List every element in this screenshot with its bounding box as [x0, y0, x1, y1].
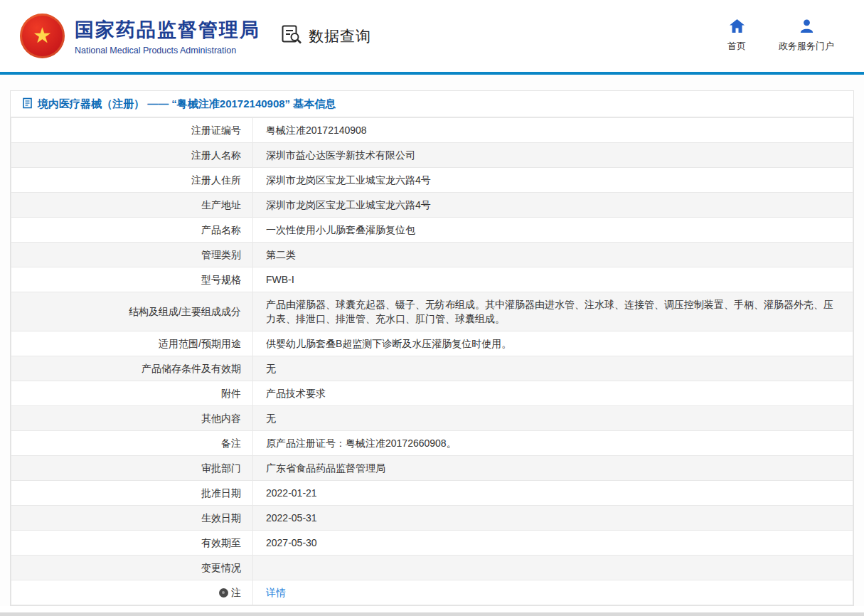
- row-value: 产品技术要求: [253, 381, 853, 406]
- table-row: 结构及组成/主要组成成分产品由灌肠器、球囊充起器、镊子、无纺布组成。其中灌肠器由…: [11, 292, 853, 331]
- row-label: 产品储存条件及有效期: [11, 356, 253, 381]
- row-value: 详情: [253, 580, 853, 605]
- row-label: 适用范围/预期用途: [11, 331, 253, 356]
- table-row: 适用范围/预期用途供婴幼儿肠套叠B超监测下诊断及水压灌肠复位时使用。: [11, 331, 853, 356]
- table-row: 产品储存条件及有效期无: [11, 356, 853, 381]
- row-label: 生产地址: [11, 193, 253, 218]
- row-label: 审批部门: [11, 456, 253, 481]
- row-label: 附件: [11, 381, 253, 406]
- row-label: 有效期至: [11, 531, 253, 556]
- org-name-cn: 国家药品监督管理局: [75, 17, 260, 43]
- table-row: 审批部门广东省食品药品监督管理局: [11, 456, 853, 481]
- table-row: 注详情: [11, 580, 853, 605]
- row-value: 原产品注册证号：粤械注准20172660908。: [253, 431, 853, 456]
- data-query-icon: [282, 25, 303, 47]
- card-title-bar: 境内医疗器械（注册） —— “粤械注准20172140908” 基本信息: [11, 91, 853, 117]
- table-row: 变更情况: [11, 556, 853, 580]
- page-title: 境内医疗器械（注册） —— “粤械注准20172140908” 基本信息: [38, 97, 336, 111]
- nav-portal[interactable]: 政务服务门户: [779, 19, 834, 53]
- main-content: 境内医疗器械（注册） —— “粤械注准20172140908” 基本信息 注册证…: [0, 75, 864, 606]
- row-label: 管理类别: [11, 243, 253, 267]
- row-value: 广东省食品药品监督管理局: [253, 456, 853, 481]
- nav-home[interactable]: 首页: [727, 19, 746, 53]
- nav-portal-label: 政务服务门户: [779, 40, 834, 53]
- row-value: 产品由灌肠器、球囊充起器、镊子、无纺布组成。其中灌肠器由进水管、注水球、连接管、…: [253, 292, 853, 331]
- table-row: 型号规格FWB-Ⅰ: [11, 267, 853, 292]
- document-icon: [23, 97, 32, 111]
- row-label: 生效日期: [11, 506, 253, 531]
- table-row: 生产地址深圳市龙岗区宝龙工业城宝龙六路4号: [11, 193, 853, 218]
- row-label: 注册证编号: [11, 118, 253, 143]
- org-title-block: 国家药品监督管理局 National Medical Products Admi…: [75, 17, 260, 55]
- data-query-section[interactable]: 数据查询: [282, 25, 371, 47]
- row-value: 无: [253, 356, 853, 381]
- nmpa-emblem-logo: ★: [20, 14, 65, 58]
- table-row: 注册证编号粤械注准20172140908: [11, 118, 853, 143]
- row-value: 一次性使用小儿肠套叠灌肠复位包: [253, 218, 853, 243]
- row-label: 备注: [11, 431, 253, 456]
- table-row: 生效日期2022-05-31: [11, 506, 853, 531]
- national-emblem-star-icon: ★: [33, 25, 52, 46]
- row-value: [253, 556, 853, 580]
- table-row: 其他内容无: [11, 406, 853, 431]
- row-label: 其他内容: [11, 406, 253, 431]
- header-nav: 首页 政务服务门户: [727, 19, 834, 53]
- table-row: 有效期至2027-05-30: [11, 531, 853, 556]
- row-label: 产品名称: [11, 218, 253, 243]
- row-label: 批准日期: [11, 481, 253, 506]
- row-value: 供婴幼儿肠套叠B超监测下诊断及水压灌肠复位时使用。: [253, 331, 853, 356]
- row-value: 粤械注准20172140908: [253, 118, 853, 143]
- row-value: 深圳市龙岗区宝龙工业城宝龙六路4号: [253, 168, 853, 193]
- row-label: 注册人住所: [11, 168, 253, 193]
- registration-info-table: 注册证编号粤械注准20172140908注册人名称深圳市益心达医学新技术有限公司…: [11, 117, 853, 605]
- table-row: 批准日期2022-01-21: [11, 481, 853, 506]
- data-query-label: 数据查询: [309, 26, 371, 46]
- row-value: 2022-01-21: [253, 481, 853, 506]
- nav-home-label: 首页: [727, 40, 746, 53]
- detail-link[interactable]: 详情: [266, 587, 286, 598]
- info-table-body: 注册证编号粤械注准20172140908注册人名称深圳市益心达医学新技术有限公司…: [11, 118, 853, 605]
- site-header: ★ 国家药品监督管理局 National Medical Products Ad…: [0, 0, 864, 72]
- row-label: 型号规格: [11, 267, 253, 292]
- table-row: 产品名称一次性使用小儿肠套叠灌肠复位包: [11, 218, 853, 243]
- table-row: 管理类别第二类: [11, 243, 853, 267]
- registration-info-card: 境内医疗器械（注册） —— “粤械注准20172140908” 基本信息 注册证…: [10, 90, 854, 606]
- footer-divider: [0, 612, 864, 616]
- user-icon: [800, 19, 814, 35]
- row-label: 注册人名称: [11, 143, 253, 168]
- row-value: 深圳市益心达医学新技术有限公司: [253, 143, 853, 168]
- row-value: 2022-05-31: [253, 506, 853, 531]
- table-row: 注册人住所深圳市龙岗区宝龙工业城宝龙六路4号: [11, 168, 853, 193]
- home-icon: [730, 19, 745, 35]
- row-value: 第二类: [253, 243, 853, 267]
- row-value: 无: [253, 406, 853, 431]
- row-value: 2027-05-30: [253, 531, 853, 556]
- row-label: 变更情况: [11, 556, 253, 580]
- org-name-en: National Medical Products Administration: [75, 46, 260, 55]
- row-label: 注: [11, 580, 253, 605]
- note-icon: [219, 588, 228, 598]
- table-row: 附件产品技术要求: [11, 381, 853, 406]
- table-row: 备注原产品注册证号：粤械注准20172660908。: [11, 431, 853, 456]
- table-row: 注册人名称深圳市益心达医学新技术有限公司: [11, 143, 853, 168]
- row-value: FWB-Ⅰ: [253, 267, 853, 292]
- row-value: 深圳市龙岗区宝龙工业城宝龙六路4号: [253, 193, 853, 218]
- row-label: 结构及组成/主要组成成分: [11, 292, 253, 331]
